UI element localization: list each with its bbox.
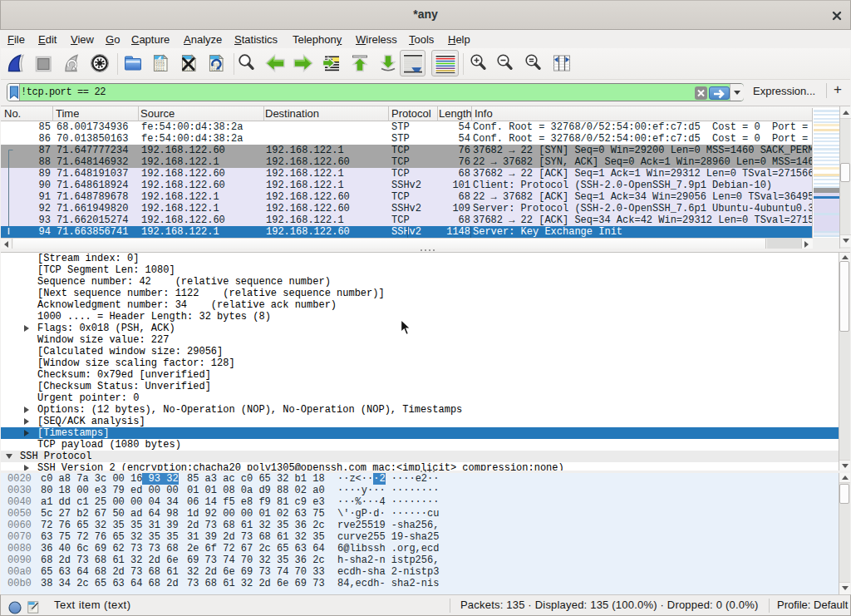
svg-text:0111: 0111	[155, 67, 165, 71]
